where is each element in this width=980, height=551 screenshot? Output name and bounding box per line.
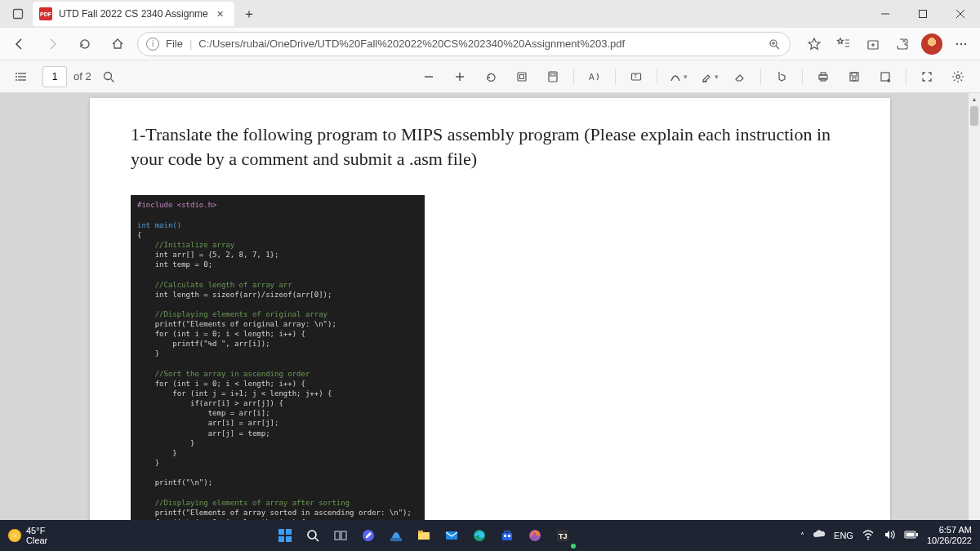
tray-time: 6:57 AM bbox=[927, 525, 972, 535]
tray-volume-icon[interactable] bbox=[883, 528, 896, 543]
ask-bing-icon[interactable] bbox=[768, 64, 795, 90]
svg-point-41 bbox=[956, 74, 960, 78]
svg-point-12 bbox=[956, 42, 958, 44]
chevron-down-icon: ▾ bbox=[715, 73, 719, 81]
url-field[interactable]: i File | C:/Users/rubai/OneDrive/UTD%20F… bbox=[137, 32, 791, 56]
svg-rect-0 bbox=[14, 10, 23, 19]
tray-language[interactable]: ENG bbox=[834, 531, 853, 540]
print-icon[interactable] bbox=[809, 64, 837, 90]
rotate-icon[interactable] bbox=[477, 64, 505, 90]
svg-rect-45 bbox=[286, 536, 292, 542]
taskbar-weather[interactable]: 45°F Clear bbox=[0, 526, 56, 545]
home-button[interactable] bbox=[105, 31, 131, 57]
url-prefix: File bbox=[166, 38, 183, 50]
save-as-icon[interactable] bbox=[871, 64, 899, 90]
read-aloud-icon[interactable]: A bbox=[581, 64, 608, 90]
svg-point-13 bbox=[960, 42, 962, 44]
store-button[interactable] bbox=[496, 524, 519, 547]
highlight-icon[interactable]: ▾ bbox=[695, 64, 723, 90]
file-explorer-button[interactable] bbox=[412, 524, 435, 547]
tray-clock[interactable]: 6:57 AM 10/26/2022 bbox=[927, 525, 972, 545]
refresh-button[interactable] bbox=[72, 31, 98, 57]
system-tray: ˄ ENG 6:57 AM 10/26/2022 bbox=[792, 525, 980, 545]
window-controls bbox=[867, 1, 980, 27]
svg-point-20 bbox=[16, 79, 17, 81]
task-view-button[interactable] bbox=[329, 524, 352, 547]
favorites-bar-icon[interactable] bbox=[831, 32, 856, 56]
zoom-out-icon[interactable] bbox=[415, 64, 443, 90]
tray-battery-icon[interactable] bbox=[904, 530, 919, 541]
svg-rect-54 bbox=[446, 531, 457, 540]
start-button[interactable] bbox=[274, 524, 296, 547]
svg-rect-65 bbox=[916, 533, 918, 536]
pdf-toolbar: of 2 A T ▾ ▾ bbox=[0, 60, 980, 93]
window-maximize-button[interactable] bbox=[905, 1, 941, 27]
zoom-in-icon[interactable] bbox=[446, 64, 474, 90]
tray-onedrive-icon[interactable] bbox=[813, 528, 826, 543]
window-minimize-button[interactable] bbox=[867, 1, 903, 27]
browser-tab[interactable]: PDF UTD Fall 2022 CS 2340 Assignme ✕ bbox=[33, 2, 234, 26]
profile-avatar[interactable] bbox=[920, 32, 944, 56]
taskbar-app-1[interactable] bbox=[385, 524, 408, 547]
favorite-star-icon[interactable] bbox=[802, 32, 826, 56]
forward-button[interactable] bbox=[39, 31, 65, 57]
more-menu-icon[interactable] bbox=[949, 32, 973, 56]
extensions-icon[interactable] bbox=[890, 32, 915, 56]
save-icon[interactable] bbox=[840, 64, 868, 90]
svg-rect-51 bbox=[390, 538, 402, 541]
chat-button[interactable] bbox=[357, 524, 380, 547]
svg-rect-2 bbox=[920, 11, 927, 18]
mail-button[interactable] bbox=[440, 524, 463, 547]
tab-close-icon[interactable]: ✕ bbox=[215, 8, 226, 20]
fit-page-icon[interactable] bbox=[508, 64, 536, 90]
new-tab-button[interactable]: ＋ bbox=[238, 2, 261, 25]
search-button[interactable] bbox=[301, 524, 324, 547]
tab-title: UTD Fall 2022 CS 2340 Assignme bbox=[59, 8, 208, 20]
svg-rect-35 bbox=[821, 73, 826, 75]
tab-spacer-icon[interactable] bbox=[3, 0, 33, 28]
tray-chevron-icon[interactable]: ˄ bbox=[800, 531, 804, 540]
svg-point-62 bbox=[867, 539, 869, 540]
zoom-icon[interactable] bbox=[767, 37, 782, 51]
svg-rect-64 bbox=[906, 533, 914, 537]
erase-icon[interactable] bbox=[726, 64, 754, 90]
svg-rect-52 bbox=[418, 532, 430, 540]
page-view-icon[interactable] bbox=[539, 64, 567, 90]
tray-wifi-icon[interactable] bbox=[862, 528, 875, 543]
svg-rect-27 bbox=[520, 74, 524, 78]
vertical-scrollbar[interactable]: ▴ bbox=[969, 93, 980, 520]
edge-button[interactable] bbox=[468, 524, 491, 547]
firefox-button[interactable] bbox=[523, 524, 546, 547]
collections-icon[interactable] bbox=[861, 32, 885, 56]
weather-temp: 45°F bbox=[26, 526, 47, 535]
draw-icon[interactable]: ▾ bbox=[664, 64, 692, 90]
svg-rect-53 bbox=[418, 531, 423, 533]
scroll-up-icon[interactable]: ▴ bbox=[969, 93, 980, 104]
svg-text:TJ: TJ bbox=[559, 532, 568, 540]
svg-rect-49 bbox=[341, 531, 346, 540]
address-bar: i File | C:/Users/rubai/OneDrive/UTD%20F… bbox=[0, 28, 980, 60]
page-number-input[interactable] bbox=[42, 66, 67, 87]
svg-text:A: A bbox=[589, 73, 595, 82]
pdf-search-icon[interactable] bbox=[95, 64, 122, 90]
svg-point-18 bbox=[16, 73, 17, 74]
svg-text:T: T bbox=[634, 73, 638, 79]
svg-rect-26 bbox=[518, 73, 526, 81]
fullscreen-icon[interactable] bbox=[913, 64, 941, 90]
pdf-settings-icon[interactable] bbox=[944, 64, 972, 90]
add-text-icon[interactable]: T bbox=[622, 64, 650, 90]
url-text: C:/Users/rubai/OneDrive/UTD%20Fall%20202… bbox=[198, 38, 760, 50]
svg-rect-56 bbox=[502, 533, 512, 540]
site-info-icon[interactable]: i bbox=[146, 38, 159, 51]
pdf-page: 1-Translate the following program to MIP… bbox=[90, 98, 890, 520]
scrollbar-thumb[interactable] bbox=[970, 106, 978, 126]
svg-point-46 bbox=[308, 531, 316, 539]
taskbar-app-ide[interactable]: TJ bbox=[551, 524, 574, 547]
pdf-viewport[interactable]: 1-Translate the following program to MIP… bbox=[0, 93, 980, 520]
window-close-button[interactable] bbox=[942, 1, 978, 27]
back-button[interactable] bbox=[7, 31, 33, 57]
contents-icon[interactable] bbox=[8, 64, 36, 90]
svg-line-47 bbox=[315, 538, 318, 541]
page-count-label: of 2 bbox=[74, 70, 91, 82]
browser-tab-bar: PDF UTD Fall 2022 CS 2340 Assignme ✕ ＋ bbox=[0, 0, 980, 28]
